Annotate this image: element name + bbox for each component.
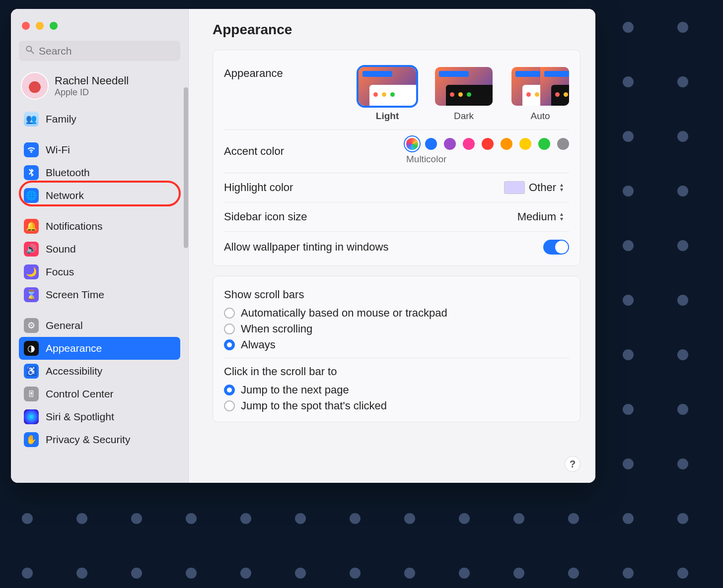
appearance-label: Appearance — [224, 67, 283, 80]
sidebar-item-privacy[interactable]: ✋ Privacy & Security — [19, 428, 180, 451]
account-row[interactable]: Rachel Needell Apple ID — [19, 71, 180, 105]
sidebar-item-general[interactable]: ⚙ General — [19, 314, 180, 337]
hourglass-icon: ⌛ — [24, 287, 39, 302]
accent-color-group — [406, 138, 569, 150]
help-button[interactable]: ? — [565, 456, 580, 472]
accent-selected-name: Multicolor — [406, 154, 446, 165]
scrollbars-option-auto[interactable]: Automatically based on mouse or trackpad — [224, 305, 569, 321]
search-icon — [25, 45, 35, 57]
sidebar-size-popup[interactable]: Medium — [517, 210, 569, 223]
scrollbars-label: Show scroll bars — [224, 288, 569, 301]
accent-color-red[interactable] — [482, 138, 494, 150]
sidebar-item-accessibility[interactable]: ♿ Accessibility — [19, 360, 180, 383]
highlight-swatch — [504, 181, 525, 194]
sidebar-item-wifi[interactable]: Wi-Fi — [19, 138, 180, 161]
mode-label: Auto — [511, 111, 569, 122]
sidebar-item-label: Control Center — [46, 388, 114, 400]
mode-label: Dark — [435, 111, 493, 122]
sidebar-item-focus[interactable]: 🌙 Focus — [19, 261, 180, 283]
radio-icon — [224, 400, 235, 411]
option-label: When scrolling — [241, 323, 312, 335]
wifi-icon — [24, 142, 39, 157]
sidebar-item-label: Sound — [46, 243, 76, 255]
sidebar-item-appearance[interactable]: ◑ Appearance — [19, 337, 180, 360]
sidebar-size-value: Medium — [517, 210, 556, 223]
scrollbars-option-scroll[interactable]: When scrolling — [224, 321, 569, 337]
minimize-icon[interactable] — [36, 22, 44, 30]
option-label: Jump to the next page — [241, 384, 349, 396]
sidebar-item-notifications[interactable]: 🔔 Notifications — [19, 215, 180, 238]
appearance-panel: Appearance Light Dark — [213, 50, 580, 266]
accent-color-green[interactable] — [538, 138, 550, 150]
sidebar-size-label: Sidebar icon size — [224, 210, 307, 223]
accent-color-pink[interactable] — [463, 138, 475, 150]
option-label: Jump to the spot that's clicked — [241, 399, 387, 412]
sidebar-item-family[interactable]: 👥 Family — [19, 108, 180, 131]
avatar — [22, 73, 48, 99]
sidebar-item-label: Appearance — [46, 342, 102, 354]
sidebar-item-label: General — [46, 320, 83, 331]
account-name: Rachel Needell — [55, 74, 129, 87]
option-label: Automatically based on mouse or trackpad — [241, 307, 447, 320]
accent-color-orange[interactable] — [501, 138, 512, 150]
sidebar-item-label: Accessibility — [46, 365, 102, 377]
click-scroll-label: Click in the scroll bar to — [224, 365, 569, 378]
highlight-color-popup[interactable]: Other — [504, 181, 569, 194]
appearance-mode-light[interactable]: Light — [359, 67, 416, 122]
account-sub: Apple ID — [55, 87, 129, 98]
siri-icon — [24, 409, 39, 424]
sidebar-scrollbar[interactable] — [184, 87, 188, 248]
scrollbars-group: Show scroll bars Automatically based on … — [224, 285, 569, 358]
tinting-label: Allow wallpaper tinting in windows — [224, 241, 388, 254]
main-pane: Appearance Appearance Light Dark — [189, 9, 595, 483]
sidebar-item-screentime[interactable]: ⌛ Screen Time — [19, 283, 180, 306]
sidebar-item-label: Wi-Fi — [46, 144, 70, 156]
accent-color-multicolor[interactable] — [406, 138, 418, 150]
sidebar-item-label: Privacy & Security — [46, 434, 130, 446]
accent-color-blue[interactable] — [425, 138, 437, 150]
zoom-icon[interactable] — [50, 22, 58, 30]
sidebar-item-label: Network — [46, 190, 84, 201]
sidebar-item-controlcenter[interactable]: 🎚 Control Center — [19, 383, 180, 405]
settings-window: Rachel Needell Apple ID 👥 Family Wi-Fi — [11, 9, 595, 483]
sidebar-item-label: Family — [46, 113, 76, 125]
sidebar-item-network[interactable]: 🌐 Network — [19, 184, 180, 207]
appearance-mode-dark[interactable]: Dark — [435, 67, 493, 122]
accent-color-purple[interactable] — [444, 138, 456, 150]
sidebar-item-label: Bluetooth — [46, 167, 90, 179]
search-field[interactable] — [19, 41, 180, 61]
highlight-label: Highlight color — [224, 181, 293, 194]
accent-color-graphite[interactable] — [557, 138, 569, 150]
sidebar: Rachel Needell Apple ID 👥 Family Wi-Fi — [11, 9, 189, 483]
hand-icon: ✋ — [24, 432, 39, 447]
radio-icon — [224, 385, 235, 395]
option-label: Always — [241, 338, 276, 351]
moon-icon: 🌙 — [24, 264, 39, 279]
click-scroll-option-page[interactable]: Jump to the next page — [224, 382, 569, 398]
appearance-mode-auto[interactable]: Auto — [511, 67, 569, 122]
tinting-toggle[interactable] — [543, 240, 569, 255]
sidebar-item-label: Screen Time — [46, 289, 104, 301]
window-controls — [19, 19, 180, 41]
sidebar-item-label: Focus — [46, 266, 74, 278]
search-input[interactable] — [39, 45, 174, 57]
appearance-icon: ◑ — [24, 341, 39, 356]
switches-icon: 🎚 — [24, 387, 39, 401]
click-scroll-option-spot[interactable]: Jump to the spot that's clicked — [224, 398, 569, 414]
radio-icon — [224, 324, 235, 334]
sidebar-item-bluetooth[interactable]: Bluetooth — [19, 161, 180, 184]
accent-color-yellow[interactable] — [519, 138, 531, 150]
sidebar-item-sound[interactable]: 🔊 Sound — [19, 238, 180, 261]
sidebar-item-siri[interactable]: Siri & Spotlight — [19, 405, 180, 428]
close-icon[interactable] — [22, 22, 30, 30]
scrollbars-option-always[interactable]: Always — [224, 337, 569, 353]
globe-icon: 🌐 — [24, 188, 39, 203]
accent-label: Accent color — [224, 145, 284, 158]
chevron-updown-icon — [560, 211, 569, 222]
highlight-value: Other — [529, 181, 556, 194]
sidebar-item-label: Siri & Spotlight — [46, 411, 114, 423]
chevron-updown-icon — [560, 182, 569, 193]
mode-label: Light — [359, 111, 416, 122]
page-title: Appearance — [213, 22, 580, 38]
radio-icon — [224, 308, 235, 319]
